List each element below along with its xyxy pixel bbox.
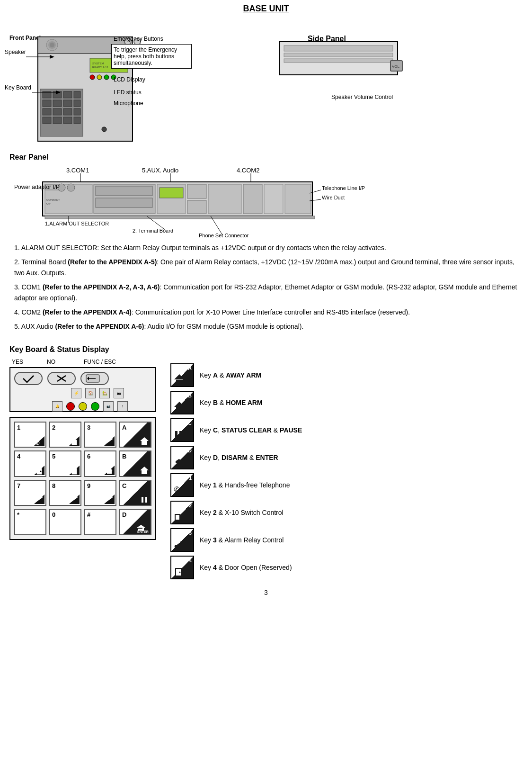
- key-D[interactable]: D ENTER: [119, 509, 151, 535]
- yes-label: YES: [12, 359, 23, 365]
- svg-rect-38: [284, 53, 393, 57]
- no-button[interactable]: [47, 372, 76, 385]
- svg-rect-19: [74, 108, 80, 115]
- key-A-desc-text: Key A & AWAY ARM: [200, 371, 261, 379]
- svg-text:Wire Duct: Wire Duct: [322, 195, 345, 200]
- key-D-desc-text: Key D, DISARM & ENTER: [200, 454, 278, 461]
- descriptions-section: 1. ALARM OUT SELECTOR: Set the Alarm Rel…: [0, 238, 532, 341]
- svg-rect-21: [53, 117, 62, 124]
- key-B-icon: B: [170, 391, 194, 414]
- key-5[interactable]: 5: [49, 450, 81, 477]
- rear-panel-label: Rear Panel: [9, 153, 523, 162]
- house-away-icon-box: 🏠: [85, 388, 96, 398]
- pause-small-icon: [172, 428, 186, 440]
- svg-text:5.AUX. Audio: 5.AUX. Audio: [142, 167, 178, 174]
- svg-point-91: [40, 470, 42, 472]
- desc-2: 2. Terminal Board (Refer to the APPENDIX…: [14, 257, 518, 278]
- key-star[interactable]: *: [14, 509, 46, 535]
- key-3-icon: 3: [170, 528, 194, 552]
- svg-rect-13: [53, 100, 62, 107]
- func-esc-label: FUNC / ESC: [84, 359, 116, 365]
- svg-rect-16: [43, 108, 51, 115]
- key-9[interactable]: 9: [84, 480, 116, 506]
- key-A[interactable]: A: [119, 422, 151, 448]
- x10-icon: [69, 436, 80, 446]
- svg-point-118: [175, 545, 177, 548]
- svg-text:4.COM2: 4.COM2: [237, 167, 259, 174]
- key-7-icon: [34, 495, 44, 504]
- camera-icon-box: 📷: [103, 401, 114, 412]
- key-4[interactable]: 4: [14, 450, 46, 477]
- svg-rect-20: [43, 117, 51, 124]
- svg-text:Phone Set Connector: Phone Set Connector: [199, 233, 249, 238]
- x-icon: [54, 373, 69, 384]
- key-B[interactable]: B: [119, 450, 151, 477]
- svg-text:ENTER: ENTER: [174, 464, 184, 467]
- keyboard-layout: YES NO FUNC / ESC: [9, 359, 523, 579]
- svg-text:1.ALARM OUT SELECTOR: 1.ALARM OUT SELECTOR: [45, 221, 109, 226]
- svg-rect-11: [74, 91, 80, 98]
- mic-annotation: Microphone: [114, 100, 143, 107]
- svg-text:VOL: VOL: [392, 64, 400, 69]
- key-2[interactable]: 2: [49, 422, 81, 448]
- svg-point-122: [179, 571, 181, 573]
- yes-button[interactable]: [14, 372, 43, 385]
- key-8[interactable]: 8: [49, 480, 81, 506]
- key-A-icon: A: [170, 363, 194, 387]
- keyboard-section: Key Board & Status Display YES NO FUNC /…: [0, 341, 532, 584]
- key-hash[interactable]: #: [84, 509, 116, 535]
- numpad-box: 1 ✆ 2 3: [9, 417, 156, 540]
- phone-small-icon: ✆: [172, 483, 186, 495]
- svg-rect-23: [74, 117, 80, 124]
- svg-text:SYSTEM: SYSTEM: [92, 62, 104, 65]
- speaker-vol-annotation: Speaker Volume Control: [331, 94, 393, 100]
- key-C-desc-text: Key C, STATUS CLEAR & PAUSE: [200, 426, 302, 434]
- func-esc-button[interactable]: [80, 372, 109, 385]
- no-label: NO: [47, 359, 55, 365]
- key-D-desc-row: D ENTER Key D, DISARM & ENTER: [170, 446, 523, 469]
- keyboard-annotation: Key Board: [5, 84, 31, 91]
- emergency-buttons-annotation: Emergency Buttons: [114, 36, 163, 42]
- svg-rect-12: [43, 100, 51, 107]
- key-0[interactable]: 0: [49, 509, 81, 535]
- keyboard-left: YES NO FUNC / ESC: [9, 359, 156, 540]
- keyboard-right: A Key A & AWAY ARM B: [170, 359, 523, 579]
- key-C[interactable]: C: [119, 480, 151, 506]
- svg-rect-61: [187, 200, 206, 214]
- key-3[interactable]: 3: [84, 422, 116, 448]
- svg-rect-39: [284, 59, 393, 63]
- desc-5: 5. AUX Audio (Refer to the APPENDIX A-6)…: [14, 321, 518, 332]
- key-6[interactable]: 6: [84, 450, 116, 477]
- key-2-icon: 2: [170, 501, 194, 524]
- rear-panel-diagram-svg: 3.COM1 5.AUX. Audio 4.COM2 CONTACT O/P: [38, 164, 369, 240]
- svg-rect-110: [175, 431, 177, 438]
- status-led-red: [66, 402, 75, 411]
- svg-rect-57: [96, 198, 152, 207]
- svg-rect-17: [53, 108, 62, 115]
- page-number: 3: [0, 584, 532, 601]
- top-keys-label-row: YES NO FUNC / ESC: [12, 359, 156, 365]
- key-D-icon: D ENTER: [170, 446, 194, 469]
- svg-text:3.COM1: 3.COM1: [66, 167, 89, 174]
- svg-marker-107: [174, 374, 185, 384]
- away-arm-icon: [139, 436, 150, 446]
- home-arm-small-icon: [172, 400, 186, 413]
- emergency-desc-box: To trigger the Emergency help, press bot…: [111, 44, 192, 69]
- relay-icon: [104, 436, 115, 446]
- svg-point-28: [97, 75, 102, 80]
- key-3-desc-row: 3 Key 3 & Alarm Relay Control: [170, 528, 523, 552]
- key-3-desc-text: Key 3 & Alarm Relay Control: [200, 536, 284, 544]
- function-icons-row: ⚡ 🏠 🏡 🏘: [71, 388, 151, 398]
- led-row: 🔔 📷 !: [52, 401, 151, 412]
- top-row-btns: [14, 372, 151, 385]
- svg-rect-22: [63, 117, 72, 124]
- key-5-icon: [69, 466, 80, 475]
- svg-text:✆: ✆: [174, 486, 180, 494]
- power-adaptor-label: Power adaptor I/P: [14, 184, 60, 190]
- svg-text:2. Terminal Board: 2. Terminal Board: [133, 228, 173, 234]
- page-title: BASE UNIT: [0, 0, 532, 16]
- key-4-icon: 4: [170, 556, 194, 579]
- key-C-icon: C: [170, 418, 194, 442]
- key-7[interactable]: 7: [14, 480, 46, 506]
- key-1[interactable]: 1 ✆: [14, 422, 46, 448]
